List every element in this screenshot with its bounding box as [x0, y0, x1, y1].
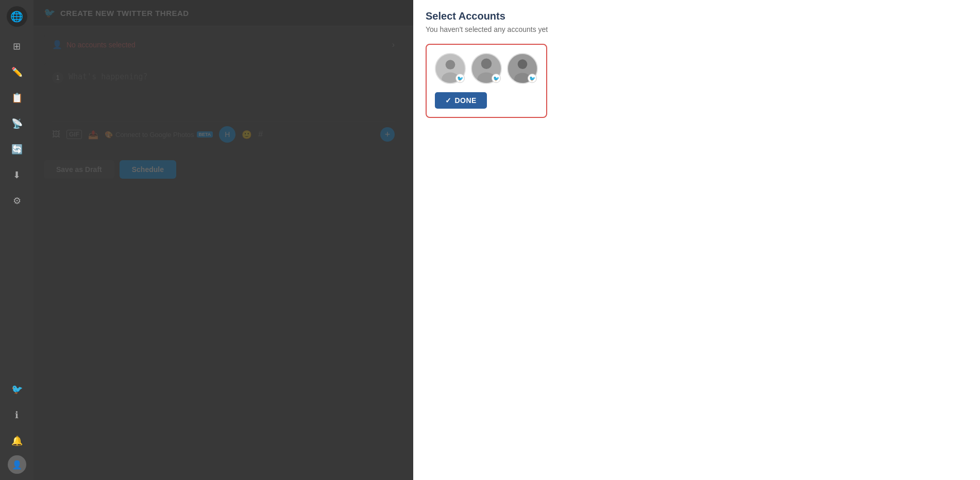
bell-icon: 🔔 — [11, 435, 23, 447]
sidebar-item-recycle[interactable]: 🔄 — [6, 138, 28, 161]
sidebar: 🌐 ⊞ ✏️ 📋 📡 🔄 ⬇ ⚙ 🐦 ℹ 🔔 👤 — [0, 0, 33, 480]
app-logo[interactable]: 🌐 — [7, 6, 27, 27]
info-icon: ℹ — [15, 409, 19, 421]
compose-icon: ✏️ — [11, 66, 23, 78]
right-panel: Select Accounts You haven't selected any… — [413, 0, 980, 480]
select-accounts-title: Select Accounts — [426, 10, 968, 22]
user-avatar-icon: 👤 — [12, 460, 22, 470]
select-accounts-subtitle: You haven't selected any accounts yet — [426, 25, 968, 33]
feed-icon: 📡 — [11, 118, 23, 129]
avatar-indicator-1: 🐦 — [455, 74, 465, 83]
sidebar-bottom: 🐦 ℹ 🔔 👤 — [6, 378, 28, 474]
account-avatar-3[interactable]: 🐦 — [507, 53, 538, 84]
dashboard-icon: ⊞ — [13, 41, 21, 52]
done-button[interactable]: ✓ DONE — [435, 92, 487, 109]
sidebar-item-twitter[interactable]: 🐦 — [6, 378, 28, 401]
main-area: 🐦 CREATE NEW TWITTER THREAD 👤 No account… — [33, 0, 413, 480]
settings-icon: ⚙ — [13, 195, 21, 207]
main-overlay — [33, 0, 413, 480]
sidebar-item-bell[interactable]: 🔔 — [6, 430, 28, 452]
sidebar-item-feed[interactable]: 📡 — [6, 112, 28, 135]
account-avatars-list: 🐦 🐦 — [435, 53, 538, 84]
recycle-icon: 🔄 — [11, 144, 23, 155]
twitter-icon: 🐦 — [11, 384, 23, 395]
svg-point-4 — [481, 58, 492, 69]
sidebar-item-dashboard[interactable]: ⊞ — [6, 35, 28, 58]
avatar[interactable]: 👤 — [8, 455, 26, 474]
queue-icon: 📋 — [11, 92, 23, 104]
svg-point-7 — [518, 59, 528, 69]
avatar-indicator-3: 🐦 — [528, 74, 537, 83]
sidebar-item-queue[interactable]: 📋 — [6, 87, 28, 109]
import-icon: ⬇ — [13, 169, 21, 181]
account-avatar-1[interactable]: 🐦 — [435, 53, 466, 84]
sidebar-item-compose[interactable]: ✏️ — [6, 61, 28, 83]
done-label: DONE — [455, 96, 477, 105]
svg-point-1 — [446, 60, 455, 70]
checkmark-icon: ✓ — [445, 96, 452, 105]
sidebar-item-info[interactable]: ℹ — [6, 404, 28, 426]
sidebar-item-import[interactable]: ⬇ — [6, 164, 28, 186]
account-selection-box: 🐦 🐦 — [426, 44, 547, 118]
sidebar-item-settings[interactable]: ⚙ — [6, 190, 28, 212]
logo-icon: 🌐 — [10, 10, 23, 23]
avatar-indicator-2: 🐦 — [492, 74, 501, 83]
account-avatar-2[interactable]: 🐦 — [471, 53, 502, 84]
